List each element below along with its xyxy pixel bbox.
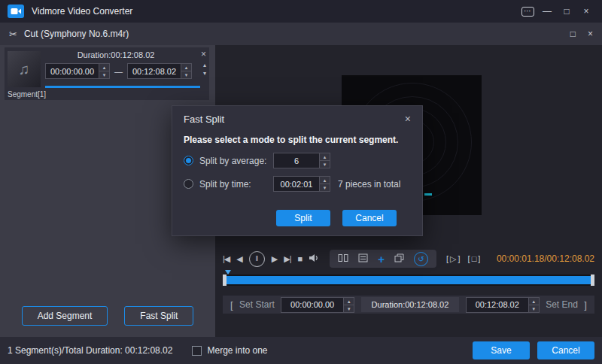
pause-icon[interactable]: ‖	[249, 251, 265, 267]
spinner-up[interactable]: ▴	[320, 153, 330, 160]
segment-label: Segment[1]	[8, 90, 46, 99]
trim-close-bracket: ]	[584, 299, 587, 311]
dialog-close-icon[interactable]: ×	[405, 113, 411, 125]
trim-start-spinner: ▴ ▾	[343, 298, 354, 312]
spinner-up[interactable]: ▴	[99, 64, 109, 71]
segment-time-row: 00:00:00.00 ▴ ▾ — 00:12:08.02 ▴ ▾	[45, 63, 192, 79]
preview-play-icon: ▷	[450, 254, 456, 264]
playback-time: 00:00:01.18/00:12:08.02	[497, 253, 594, 264]
delete-segment-icon[interactable]	[358, 252, 368, 265]
step-forward-icon[interactable]: ▶	[272, 254, 277, 264]
fast-split-header: Fast Split ×	[172, 106, 422, 125]
split-by-time-radio[interactable]	[184, 179, 193, 189]
preview-stop-icon: □	[472, 254, 477, 263]
fast-split-button[interactable]: Fast Split	[124, 306, 193, 326]
app-logo-icon	[8, 5, 24, 18]
segment-progress-bar	[45, 86, 200, 88]
split-segment-icon[interactable]	[338, 252, 348, 265]
segment-start-spinner: ▴ ▾	[99, 64, 109, 78]
bracket-left: [	[446, 254, 448, 263]
app-title: Vidmore Video Converter	[32, 6, 132, 17]
app-window: Vidmore Video Converter ⋯ — □ × ✂ Cut (S…	[0, 0, 602, 364]
trim-end-value[interactable]: 00:12:08.02	[467, 298, 528, 312]
timeline-end-handle[interactable]	[591, 275, 594, 286]
merge-option: Merge into one	[192, 345, 267, 356]
preview-stop-button[interactable]: [ □ ]	[468, 254, 481, 263]
feedback-icon: ⋯	[521, 7, 534, 17]
add-segment-button[interactable]: Add Segment	[22, 306, 108, 326]
spinner-up[interactable]: ▴	[529, 298, 539, 305]
set-end-button[interactable]: Set End	[546, 299, 578, 310]
spinner-up[interactable]: ▴	[320, 177, 330, 184]
spinner-up[interactable]: ▴	[181, 64, 191, 71]
split-by-time-label[interactable]: Split by time:	[199, 179, 273, 190]
split-time-input[interactable]: 00:02:01 ▴ ▾	[273, 176, 330, 192]
dialog-cancel-button[interactable]: Cancel	[342, 210, 397, 226]
step-backward-icon[interactable]: ◀	[236, 254, 242, 264]
timeline-start-handle[interactable]	[223, 275, 227, 286]
preview-play-button[interactable]: [ ▷ ]	[446, 254, 461, 264]
trim-start-value[interactable]: 00:00:00.00	[281, 298, 343, 312]
skip-to-start-icon[interactable]: |◀	[223, 254, 230, 264]
bracket-left: [	[468, 254, 470, 263]
timeline-selection[interactable]	[227, 276, 591, 284]
merge-checkbox[interactable]	[192, 346, 202, 356]
spinner-down[interactable]: ▾	[181, 71, 191, 78]
segment-start-value[interactable]: 00:00:00.00	[46, 64, 99, 78]
cancel-button[interactable]: Cancel	[537, 341, 594, 359]
reset-icon[interactable]: ↺	[414, 252, 428, 266]
split-by-average-radio[interactable]	[184, 156, 193, 165]
transport-controls: |◀ ◀ ‖ ▶ ▶| ■	[223, 251, 320, 267]
segment-move-down-icon[interactable]: ▾	[203, 70, 206, 77]
player-controls: |◀ ◀ ‖ ▶ ▶| ■	[223, 250, 594, 268]
stop-icon[interactable]: ■	[298, 254, 303, 263]
footer-actions: Save Cancel	[473, 341, 594, 359]
spinner-down[interactable]: ▾	[529, 305, 539, 312]
merge-label[interactable]: Merge into one	[207, 345, 267, 356]
close-icon[interactable]: ×	[578, 4, 594, 19]
fast-split-actions: Split Cancel	[276, 210, 397, 226]
segment-summary: 1 Segment(s)/Total Duration: 00:12:08.02	[8, 345, 172, 356]
maximize-icon[interactable]: □	[558, 4, 575, 19]
spinner-down[interactable]: ▾	[320, 160, 330, 168]
spinner-down[interactable]: ▾	[99, 71, 109, 78]
copy-segment-icon[interactable]	[394, 252, 404, 265]
timeline-track[interactable]	[223, 275, 594, 286]
cut-close-icon[interactable]: ×	[588, 29, 593, 39]
timeline-playhead[interactable]	[225, 270, 231, 275]
titlebar: Vidmore Video Converter ⋯ — □ ×	[0, 0, 602, 23]
add-split-icon[interactable]: +	[378, 253, 385, 265]
segment-edit-toolbar: + ↺	[330, 250, 436, 268]
feedback-button[interactable]: ⋯	[519, 4, 536, 19]
trim-open-bracket: [	[230, 299, 233, 311]
trim-duration: Duration:00:12:08.02	[361, 297, 460, 312]
trim-start-input[interactable]: 00:00:00.00 ▴ ▾	[281, 297, 354, 313]
split-by-time-row: Split by time: 00:02:01 ▴ ▾ 7 pieces in …	[172, 168, 422, 192]
segment-end-value[interactable]: 00:12:08.02	[128, 64, 181, 78]
skip-to-end-icon[interactable]: ▶|	[284, 254, 290, 264]
segment-end-input[interactable]: 00:12:08.02 ▴ ▾	[127, 63, 192, 79]
titlebar-controls: ⋯ — □ ×	[519, 4, 594, 19]
spinner-down[interactable]: ▾	[344, 305, 354, 312]
volume-icon[interactable]	[309, 253, 320, 264]
minimize-icon[interactable]: —	[539, 4, 555, 19]
average-count-spinner: ▴ ▾	[319, 153, 330, 168]
split-time-value[interactable]: 00:02:01	[274, 177, 319, 191]
segment-close-icon[interactable]: ×	[201, 49, 206, 59]
cut-maximize-icon[interactable]: □	[570, 29, 576, 39]
split-button[interactable]: Split	[276, 210, 330, 226]
fast-split-dialog: Fast Split × Please select a mode to spl…	[172, 105, 423, 236]
set-start-button[interactable]: Set Start	[239, 299, 275, 310]
split-by-average-label[interactable]: Split by average:	[199, 156, 273, 166]
spinner-down[interactable]: ▾	[320, 184, 330, 191]
trim-end-input[interactable]: 00:12:08.02 ▴ ▾	[466, 297, 540, 313]
average-count-value[interactable]: 6	[274, 153, 319, 168]
segment-card: ♫ Duration:00:12:08.02 00:00:00.00 ▴ ▾ —…	[5, 47, 209, 100]
spinner-up[interactable]: ▴	[344, 298, 354, 305]
split-by-average-row: Split by average: 6 ▴ ▾	[172, 145, 422, 168]
save-button[interactable]: Save	[473, 341, 530, 359]
segment-start-input[interactable]: 00:00:00.00 ▴ ▾	[45, 63, 110, 79]
average-count-input[interactable]: 6 ▴ ▾	[273, 153, 330, 168]
segment-move-up-icon[interactable]: ▴	[203, 62, 206, 68]
cut-window-title: Cut (Symphony No.6.m4r)	[24, 29, 129, 39]
